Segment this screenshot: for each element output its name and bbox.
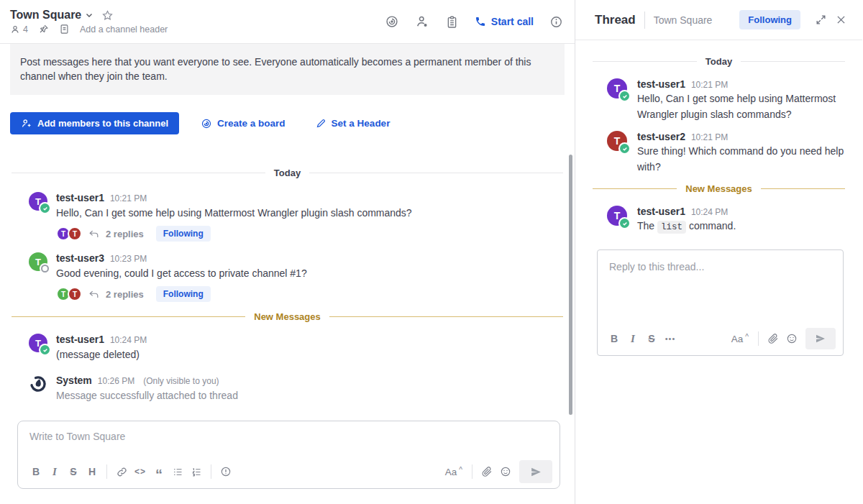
send-icon[interactable] [519, 460, 552, 483]
channel-menu-button[interactable]: Town Square [10, 9, 94, 22]
thread-message-row[interactable]: T test-user1 10:24 PM The list command. [575, 200, 862, 238]
channel-view: Town Square 4 Add a channel header [0, 0, 575, 504]
message-row[interactable]: T test-user1 10:24 PM (message deleted) [0, 327, 575, 362]
thread-following-button[interactable]: Following [739, 10, 800, 29]
message-username[interactable]: test-user2 [637, 131, 685, 142]
message-username[interactable]: test-user1 [56, 192, 104, 203]
thread-summary[interactable]: T T 2 replies Following [56, 286, 560, 302]
message-text-segment: The [637, 220, 657, 232]
avatar[interactable]: T [29, 252, 47, 271]
heading-icon[interactable]: H [83, 462, 101, 481]
message-username[interactable]: test-user1 [56, 334, 104, 345]
avatar[interactable]: T [607, 131, 627, 151]
numbered-list-icon[interactable] [187, 462, 206, 481]
channel-intro-text: Post messages here that you want everyon… [20, 55, 554, 83]
status-offline-icon [41, 265, 49, 272]
italic-icon[interactable]: I [624, 329, 642, 348]
message-list[interactable]: Post messages here that you want everyon… [0, 44, 575, 421]
channel-files-icon[interactable] [59, 24, 70, 35]
reply-count[interactable]: 2 replies [106, 229, 144, 239]
participant-avatar: T [68, 226, 82, 241]
message-input[interactable]: Write to Town Square [18, 421, 560, 442]
message-username[interactable]: test-user3 [56, 252, 104, 264]
status-online-icon [620, 219, 629, 228]
message-text: The list command. [637, 218, 845, 235]
status-online-icon [40, 203, 50, 213]
set-header-button[interactable]: Set a Header [307, 112, 399, 134]
message-text: Hello, Can I get some help using Matterm… [56, 206, 560, 220]
avatar-initial: T [614, 135, 621, 147]
playbooks-icon[interactable] [385, 14, 399, 29]
thread-participants: T T [56, 287, 82, 301]
strikethrough-icon[interactable]: S [64, 462, 83, 481]
attachment-icon[interactable] [478, 462, 496, 481]
channel-info-icon[interactable] [549, 15, 563, 29]
send-icon[interactable] [805, 328, 836, 349]
more-formatting-icon[interactable]: ••• [661, 329, 680, 348]
bold-icon[interactable]: B [605, 329, 624, 348]
system-message-row: System 10:26 PM (Only visible to you) Me… [0, 368, 575, 403]
pinned-posts-icon[interactable] [38, 24, 49, 35]
thread-summary[interactable]: T T 2 replies Following [56, 226, 560, 242]
add-members-button[interactable]: Add members to this channel [10, 112, 179, 134]
priority-icon[interactable] [216, 462, 235, 481]
reply-formatting-toolbar: B I S ••• Aa^ [605, 328, 836, 349]
favorite-star-icon[interactable] [101, 9, 114, 22]
thread-message-list[interactable]: Today T test-user1 10:21 PM Hello, Can I… [575, 40, 862, 504]
create-board-button[interactable]: Create a board [192, 112, 294, 134]
message-timestamp: 10:24 PM [691, 207, 728, 217]
date-divider-label: Today [706, 56, 732, 67]
bullet-list-icon[interactable] [168, 462, 187, 481]
strikethrough-icon[interactable]: S [642, 329, 661, 348]
toolbar-divider [758, 331, 759, 346]
link-icon[interactable] [112, 462, 131, 481]
emoji-icon[interactable] [496, 462, 515, 481]
reply-arrow-icon [88, 229, 99, 239]
message-timestamp: 10:21 PM [691, 80, 728, 90]
mattermost-logo-icon [29, 375, 47, 393]
avatar[interactable]: T [29, 334, 47, 352]
quote-icon[interactable]: “ [150, 462, 168, 481]
reply-count[interactable]: 2 replies [106, 289, 144, 300]
avatar-initial: T [614, 210, 621, 221]
following-badge[interactable]: Following [156, 226, 211, 242]
expand-icon[interactable] [811, 10, 831, 30]
person-plus-icon [21, 118, 32, 129]
message-text: Good evening, could I get access to priv… [56, 266, 560, 280]
visibility-note: (Only visible to you) [143, 376, 219, 386]
message-username[interactable]: test-user1 [637, 206, 685, 217]
member-count-button[interactable]: 4 [10, 24, 28, 35]
start-call-button[interactable]: Start call [475, 16, 534, 27]
thread-message-row[interactable]: T test-user1 10:21 PM Hello, Can I get s… [575, 73, 862, 125]
thread-message-row[interactable]: T test-user2 10:21 PM Sure thing! Which … [575, 125, 862, 178]
close-icon[interactable] [831, 10, 851, 30]
avatar-initial: T [35, 196, 41, 207]
following-badge[interactable]: Following [156, 286, 211, 302]
message-deleted-text: (message deleted) [56, 347, 560, 362]
scrollbar[interactable] [569, 155, 572, 415]
boards-icon[interactable] [445, 15, 459, 29]
text-format-toggle[interactable]: Aa^ [727, 329, 753, 348]
code-icon[interactable]: <> [131, 462, 150, 481]
set-header-label: Set a Header [332, 118, 391, 129]
attachment-icon[interactable] [764, 329, 782, 348]
message-row[interactable]: T test-user3 10:23 PM Good evening, coul… [0, 246, 575, 302]
message-timestamp: 10:24 PM [110, 335, 147, 345]
message-row[interactable]: T test-user1 10:21 PM Hello, Can I get s… [0, 185, 575, 242]
channel-title: Town Square [10, 9, 81, 22]
message-timestamp: 10:21 PM [110, 193, 147, 203]
channel-header-left: Town Square 4 Add a channel header [10, 9, 168, 35]
members-settings-icon[interactable] [415, 14, 429, 29]
thread-channel-name: Town Square [654, 14, 740, 26]
bold-icon[interactable]: B [27, 462, 45, 481]
avatar[interactable]: T [607, 206, 627, 226]
add-channel-header-button[interactable]: Add a channel header [80, 24, 168, 35]
text-format-toggle[interactable]: Aa^ [441, 462, 467, 481]
avatar[interactable]: T [29, 192, 47, 211]
emoji-icon[interactable] [782, 329, 801, 348]
chevron-down-icon [84, 10, 94, 20]
message-username[interactable]: test-user1 [637, 78, 685, 90]
reply-input[interactable]: Reply to this thread... [598, 250, 843, 272]
italic-icon[interactable]: I [45, 462, 64, 481]
avatar[interactable]: T [607, 78, 627, 98]
